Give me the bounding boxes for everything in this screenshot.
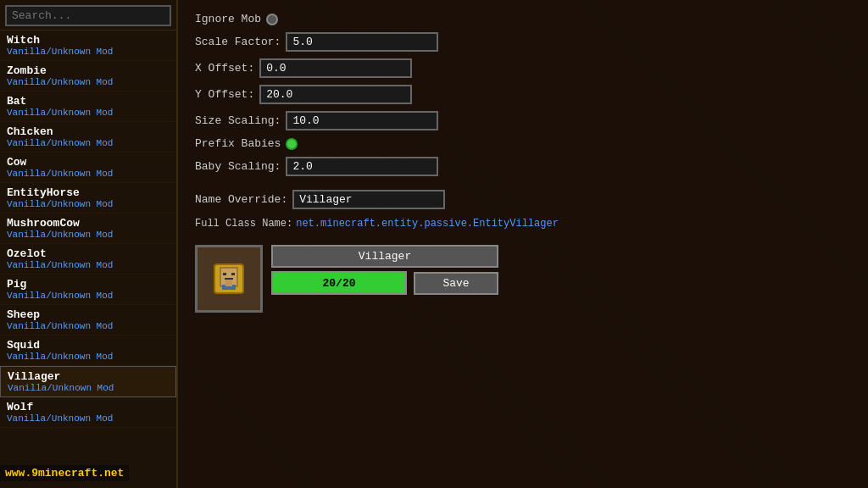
mob-mod: Vanilla/Unknown Mod — [7, 47, 170, 57]
health-text: 20/20 — [322, 277, 355, 290]
main-panel: Ignore Mob Scale Factor: X Offset: Y Off… — [178, 0, 868, 488]
mob-list-item[interactable]: Wolf Vanilla/Unknown Mod — [0, 397, 176, 428]
mob-mod: Vanilla/Unknown Mod — [7, 199, 170, 209]
mob-mod: Vanilla/Unknown Mod — [7, 138, 170, 148]
mob-name: MushroomCow — [7, 217, 170, 230]
x-offset-label: X Offset: — [195, 62, 254, 75]
y-offset-input[interactable] — [259, 85, 412, 104]
mob-mod: Vanilla/Unknown Mod — [7, 291, 170, 301]
y-offset-row: Y Offset: — [195, 85, 851, 104]
mob-mod: Vanilla/Unknown Mod — [8, 383, 169, 393]
mob-name-button[interactable]: Villager — [271, 245, 498, 268]
x-offset-row: X Offset: — [195, 58, 851, 78]
mob-name: Chicken — [7, 125, 170, 138]
ignore-mob-row: Ignore Mob — [195, 13, 851, 25]
mob-mod: Vanilla/Unknown Mod — [7, 413, 170, 424]
mob-name: Squid — [7, 339, 170, 352]
full-class-label: Full Class Name: — [195, 218, 292, 230]
mob-list-item[interactable]: Bat Vanilla/Unknown Mod — [0, 92, 176, 122]
full-class-value: net.minecraft.entity.passive.EntityVilla… — [296, 218, 559, 230]
mob-mod: Vanilla/Unknown Mod — [7, 77, 170, 87]
prefix-babies-toggle[interactable] — [286, 138, 298, 150]
ignore-mob-label: Ignore Mob — [195, 13, 261, 25]
mob-list-item[interactable]: Witch Vanilla/Unknown Mod — [0, 30, 176, 61]
mob-list-item[interactable]: Cow Vanilla/Unknown Mod — [0, 152, 176, 183]
baby-scaling-input[interactable] — [286, 157, 438, 176]
mob-name: Sheep — [7, 308, 170, 321]
mob-mod: Vanilla/Unknown Mod — [7, 260, 170, 270]
full-class-row: Full Class Name: net.minecraft.entity.pa… — [195, 218, 851, 230]
mob-name: Wolf — [7, 401, 170, 413]
mob-name: EntityHorse — [7, 186, 170, 199]
health-save-row: 20/20 Save — [271, 271, 498, 295]
mob-list: Witch Vanilla/Unknown Mod Zombie Vanilla… — [0, 30, 176, 488]
scale-factor-input[interactable] — [286, 32, 438, 52]
baby-scaling-row: Baby Scaling: — [195, 157, 851, 176]
mob-name: Ozelot — [7, 247, 170, 260]
mob-list-item[interactable]: Chicken Vanilla/Unknown Mod — [0, 122, 176, 152]
mob-mod: Vanilla/Unknown Mod — [7, 108, 170, 118]
scale-factor-label: Scale Factor: — [195, 36, 281, 48]
mob-name: Cow — [7, 156, 170, 169]
mob-mod: Vanilla/Unknown Mod — [7, 352, 170, 362]
mob-list-item[interactable]: Ozelot Vanilla/Unknown Mod — [0, 244, 176, 274]
save-button[interactable]: Save — [414, 272, 498, 295]
svg-rect-2 — [231, 273, 235, 275]
mob-name: Pig — [7, 278, 170, 291]
mob-list-item[interactable]: Squid Vanilla/Unknown Mod — [0, 336, 176, 366]
mob-preview-box — [195, 245, 263, 313]
mob-mod: Vanilla/Unknown Mod — [7, 169, 170, 179]
mob-name: Witch — [7, 34, 170, 47]
size-scaling-row: Size Scaling: — [195, 111, 851, 130]
search-input[interactable] — [5, 5, 171, 26]
svg-rect-3 — [225, 278, 233, 280]
mob-list-item[interactable]: EntityHorse Vanilla/Unknown Mod — [0, 183, 176, 214]
svg-rect-5 — [225, 280, 232, 286]
prefix-babies-row: Prefix Babies — [195, 137, 851, 150]
prefix-babies-label: Prefix Babies — [195, 137, 281, 150]
y-offset-label: Y Offset: — [195, 88, 254, 101]
x-offset-input[interactable] — [259, 58, 412, 78]
baby-scaling-label: Baby Scaling: — [195, 160, 281, 173]
mob-mod: Vanilla/Unknown Mod — [7, 321, 170, 331]
mob-list-item[interactable]: Sheep Vanilla/Unknown Mod — [0, 305, 176, 336]
mob-name: Villager — [8, 370, 169, 383]
name-override-row: Name Override: — [195, 190, 851, 209]
ignore-mob-toggle[interactable] — [266, 14, 278, 25]
svg-rect-1 — [223, 273, 226, 275]
size-scaling-input[interactable] — [286, 111, 438, 130]
preview-area: Villager 20/20 Save — [195, 245, 851, 313]
health-bar: 20/20 — [271, 271, 407, 295]
scale-factor-row: Scale Factor: — [195, 32, 851, 52]
name-override-input[interactable] — [292, 190, 445, 209]
mob-list-item[interactable]: Villager Vanilla/Unknown Mod — [0, 366, 176, 397]
mob-controls: Villager 20/20 Save — [271, 245, 498, 295]
size-scaling-label: Size Scaling: — [195, 114, 281, 127]
mob-list-item[interactable]: Pig Vanilla/Unknown Mod — [0, 274, 176, 305]
mob-mod: Vanilla/Unknown Mod — [7, 230, 170, 240]
sidebar: Witch Vanilla/Unknown Mod Zombie Vanilla… — [0, 0, 178, 488]
watermark: www.9minecraft.net — [0, 465, 129, 481]
mob-list-item[interactable]: MushroomCow Vanilla/Unknown Mod — [0, 214, 176, 244]
search-container — [0, 0, 176, 30]
villager-icon — [214, 263, 244, 294]
mob-name: Bat — [7, 95, 170, 108]
mob-name: Zombie — [7, 64, 170, 77]
mob-list-item[interactable]: Zombie Vanilla/Unknown Mod — [0, 61, 176, 92]
name-override-label: Name Override: — [195, 193, 287, 206]
